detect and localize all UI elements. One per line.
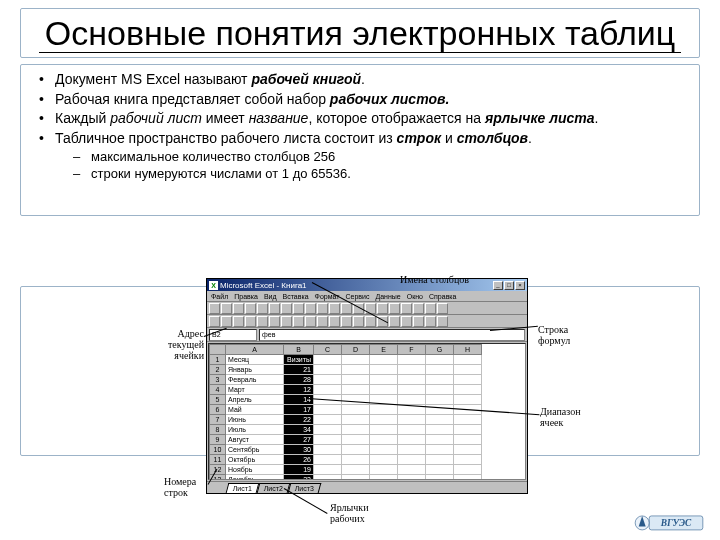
toolbar-button[interactable] — [425, 303, 436, 314]
toolbar-button[interactable] — [257, 316, 268, 327]
cell[interactable] — [370, 415, 398, 425]
cell[interactable] — [314, 365, 342, 375]
row-header[interactable]: 2 — [210, 365, 226, 375]
cell[interactable] — [398, 435, 426, 445]
cell[interactable] — [314, 385, 342, 395]
cell[interactable] — [426, 375, 454, 385]
toolbar-button[interactable] — [305, 316, 316, 327]
toolbar-button[interactable] — [317, 316, 328, 327]
cell[interactable] — [342, 455, 370, 465]
cell[interactable]: 34 — [284, 425, 314, 435]
cell[interactable] — [342, 355, 370, 365]
cell[interactable]: Май — [226, 405, 284, 415]
cell[interactable] — [398, 395, 426, 405]
column-header[interactable]: B — [284, 345, 314, 355]
cell[interactable]: Февраль — [226, 375, 284, 385]
menu-item[interactable]: Справка — [429, 293, 456, 300]
toolbar-button[interactable] — [281, 303, 292, 314]
cell[interactable] — [398, 445, 426, 455]
cell[interactable]: 22 — [284, 415, 314, 425]
cell[interactable] — [370, 355, 398, 365]
cell[interactable] — [398, 385, 426, 395]
cell[interactable] — [370, 365, 398, 375]
cell[interactable] — [426, 425, 454, 435]
toolbar-button[interactable] — [413, 316, 424, 327]
cell[interactable] — [454, 355, 482, 365]
menu-item[interactable]: Сервис — [345, 293, 369, 300]
toolbar-button[interactable] — [341, 316, 352, 327]
cell[interactable] — [314, 375, 342, 385]
row-header[interactable]: 4 — [210, 385, 226, 395]
cell[interactable]: Март — [226, 385, 284, 395]
toolbar-button[interactable] — [233, 316, 244, 327]
cell[interactable] — [454, 475, 482, 481]
cell[interactable] — [342, 405, 370, 415]
cell[interactable] — [398, 475, 426, 481]
toolbar-button[interactable] — [329, 316, 340, 327]
cell[interactable] — [426, 385, 454, 395]
row-header[interactable]: 7 — [210, 415, 226, 425]
cell[interactable]: 28 — [284, 375, 314, 385]
cell[interactable] — [342, 465, 370, 475]
toolbar-button[interactable] — [437, 316, 448, 327]
cell[interactable] — [342, 375, 370, 385]
column-header[interactable]: F — [398, 345, 426, 355]
cell[interactable] — [398, 455, 426, 465]
cell[interactable] — [314, 405, 342, 415]
sheet-tab[interactable]: Лист2 — [257, 483, 291, 493]
cell[interactable] — [314, 475, 342, 481]
toolbar-button[interactable] — [293, 303, 304, 314]
toolbar-button[interactable] — [317, 303, 328, 314]
cell[interactable]: 17 — [284, 405, 314, 415]
cell[interactable] — [314, 455, 342, 465]
toolbar-button[interactable] — [305, 303, 316, 314]
cell[interactable]: 21 — [284, 365, 314, 375]
cell[interactable] — [370, 455, 398, 465]
cell[interactable]: Декабрь — [226, 475, 284, 481]
row-header[interactable]: 5 — [210, 395, 226, 405]
cell[interactable] — [370, 375, 398, 385]
row-header[interactable]: 3 — [210, 375, 226, 385]
cell[interactable] — [398, 415, 426, 425]
row-header[interactable]: 10 — [210, 445, 226, 455]
cell[interactable] — [398, 375, 426, 385]
toolbar-button[interactable] — [329, 303, 340, 314]
cell[interactable]: Июль — [226, 425, 284, 435]
cell[interactable] — [426, 455, 454, 465]
cell[interactable] — [342, 435, 370, 445]
toolbar-button[interactable] — [269, 303, 280, 314]
cell[interactable] — [314, 425, 342, 435]
row-header[interactable]: 11 — [210, 455, 226, 465]
cell[interactable] — [314, 435, 342, 445]
cell[interactable]: Месяц — [226, 355, 284, 365]
sheet-tab[interactable]: Лист3 — [288, 483, 322, 493]
cell[interactable]: Ноябрь — [226, 465, 284, 475]
cell[interactable] — [454, 385, 482, 395]
cell[interactable]: Январь — [226, 365, 284, 375]
cell[interactable] — [342, 425, 370, 435]
cell[interactable] — [426, 395, 454, 405]
row-header[interactable]: 9 — [210, 435, 226, 445]
toolbar-button[interactable] — [389, 316, 400, 327]
cell[interactable]: Визиты — [284, 355, 314, 365]
row-header[interactable]: 12 — [210, 465, 226, 475]
cell[interactable]: 27 — [284, 435, 314, 445]
maximize-button[interactable]: □ — [504, 281, 514, 290]
menu-item[interactable]: Вид — [264, 293, 277, 300]
cell[interactable]: Сентябрь — [226, 445, 284, 455]
cell[interactable] — [454, 425, 482, 435]
cell[interactable] — [370, 435, 398, 445]
toolbar-button[interactable] — [209, 303, 220, 314]
cell[interactable] — [342, 475, 370, 481]
toolbar-button[interactable] — [233, 303, 244, 314]
cell[interactable] — [342, 445, 370, 455]
column-header[interactable]: C — [314, 345, 342, 355]
menu-item[interactable]: Данные — [375, 293, 400, 300]
cell[interactable]: 26 — [284, 455, 314, 465]
cell[interactable] — [314, 445, 342, 455]
cell[interactable] — [426, 435, 454, 445]
corner-header[interactable] — [210, 345, 226, 355]
cell[interactable] — [342, 415, 370, 425]
cell[interactable] — [426, 355, 454, 365]
cell[interactable] — [426, 415, 454, 425]
